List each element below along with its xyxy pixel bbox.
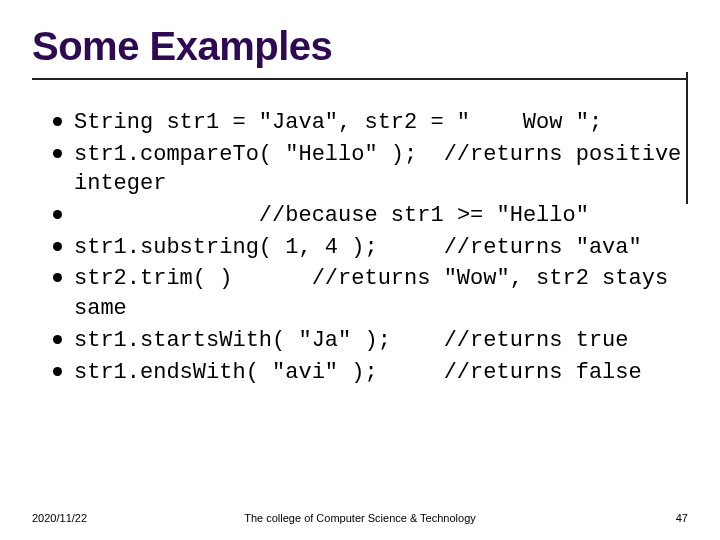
bullet-text: //because str1 >= "Hello"	[74, 201, 690, 231]
bullet-icon	[40, 326, 74, 344]
bullet-icon	[40, 201, 74, 219]
footer-page-number: 47	[676, 512, 688, 524]
bullet-icon	[40, 233, 74, 251]
list-item: str1.compareTo( "Hello" ); //returns pos…	[40, 140, 690, 199]
bullet-text: str1.substring( 1, 4 ); //returns "ava"	[74, 233, 690, 263]
bullet-text: str1.startsWith( "Ja" ); //returns true	[74, 326, 690, 356]
bullet-icon	[40, 140, 74, 158]
bullet-icon	[40, 264, 74, 282]
list-item: str1.startsWith( "Ja" ); //returns true	[40, 326, 690, 356]
bullet-icon	[40, 358, 74, 376]
slide: Some Examples String str1 = "Java", str2…	[0, 0, 720, 540]
bullet-text: str1.compareTo( "Hello" ); //returns pos…	[74, 140, 690, 199]
title-underline	[32, 78, 688, 80]
list-item: String str1 = "Java", str2 = " Wow ";	[40, 108, 690, 138]
bullet-text: String str1 = "Java", str2 = " Wow ";	[74, 108, 690, 138]
list-item: str1.endsWith( "avi" ); //returns false	[40, 358, 690, 388]
bullet-text: str1.endsWith( "avi" ); //returns false	[74, 358, 690, 388]
list-item: str1.substring( 1, 4 ); //returns "ava"	[40, 233, 690, 263]
bullet-text: str2.trim( ) //returns "Wow", str2 stays…	[74, 264, 690, 323]
footer-center: The college of Computer Science & Techno…	[0, 512, 720, 524]
list-item: str2.trim( ) //returns "Wow", str2 stays…	[40, 264, 690, 323]
slide-title: Some Examples	[32, 24, 332, 69]
slide-body: String str1 = "Java", str2 = " Wow "; st…	[40, 108, 690, 389]
slide-footer: 2020/11/22 The college of Computer Scien…	[0, 508, 720, 524]
list-item: //because str1 >= "Hello"	[40, 201, 690, 231]
bullet-icon	[40, 108, 74, 126]
